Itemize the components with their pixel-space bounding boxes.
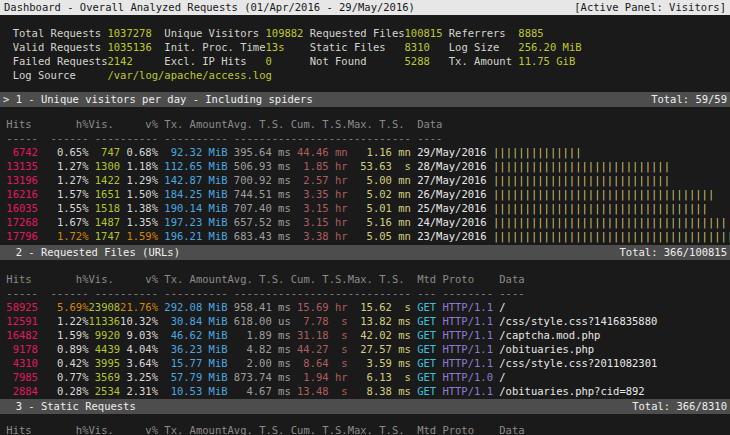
cell-bandwidth: ---------- bbox=[158, 131, 228, 145]
cell-max-time: 5.02 mn bbox=[348, 187, 411, 201]
cell-hits-percent: 1.72% bbox=[38, 229, 89, 243]
cell-protocol: HTTP/1.1 bbox=[442, 384, 493, 398]
page-title: Dashboard - Overall Analyzed Requests (0… bbox=[4, 0, 415, 15]
cell-avg-time: 618.00 us bbox=[228, 314, 291, 328]
panel-header-requested-files[interactable]: 2 - Requested Files (URLs) Total: 366/10… bbox=[0, 245, 730, 260]
cell-method: GET bbox=[417, 328, 436, 342]
summary-value: 1035136 bbox=[107, 40, 164, 54]
table-row: Hitsh%Vis.v%Tx. AmountAvg. T.S.Cum. T.S.… bbox=[0, 272, 730, 286]
table-row[interactable]: 125911.22%1133610.32%30.84 MiB618.00 us7… bbox=[0, 314, 730, 328]
summary-label: Failed Requests bbox=[13, 54, 108, 68]
cell-bandwidth: 92.32 MiB bbox=[158, 145, 228, 159]
cell-protocol: HTTP/1.0 bbox=[442, 370, 493, 384]
cell-hits-percent: 1.55% bbox=[38, 201, 89, 215]
cell-hits: 58925 bbox=[0, 300, 38, 314]
summary-label: Referrers bbox=[449, 26, 519, 40]
table-row[interactable]: 91780.89%44394.04%36.23 MiB4.82 ms44.27 … bbox=[0, 342, 730, 356]
cell-bandwidth: 184.25 MiB bbox=[158, 187, 228, 201]
table-row[interactable]: 67420.65%7470.68%92.32 MiB395.64 ms44.46… bbox=[0, 145, 730, 159]
cell-hits-percent: h% bbox=[38, 423, 89, 435]
cell-cum-time: --------- bbox=[291, 131, 348, 145]
cell-avg-time: Avg. T.S. bbox=[228, 272, 291, 286]
cell-protocol: HTTP/1.1 bbox=[442, 328, 493, 342]
cell-method: GET bbox=[417, 314, 436, 328]
table-row[interactable]: 160351.55%15181.38%190.14 MiB707.40 ms3.… bbox=[0, 201, 730, 215]
cell-cum-time: 44.46 mn bbox=[291, 145, 348, 159]
panel-header-static-requests[interactable]: 3 - Static Requests Total: 366/8310 bbox=[0, 399, 730, 414]
cell-visitors: 3995 bbox=[88, 356, 120, 370]
cell-cum-time: --------- bbox=[291, 286, 348, 300]
table-row[interactable]: 28840.28%25342.31%10.53 MiB4.67 ms13.48 … bbox=[0, 384, 730, 398]
cell-hits: 16216 bbox=[0, 187, 38, 201]
summary-value: 109882 bbox=[265, 26, 309, 40]
table-row[interactable]: 162161.57%16511.50%184.25 MiB744.51 ms3.… bbox=[0, 187, 730, 201]
cell-cum-time: Cum. T.S. bbox=[291, 423, 348, 435]
cell-bandwidth: 196.21 MiB bbox=[158, 229, 228, 243]
cell-hits: 17796 bbox=[0, 229, 38, 243]
cell-hits: 6742 bbox=[0, 145, 38, 159]
cell-visitors-percent: 1.18% bbox=[120, 159, 158, 173]
panel-table: Hitsh%Vis.v%Tx. AmountAvg. T.S.Cum. T.S.… bbox=[0, 414, 730, 435]
hits-bars: |||||||||||||||||||||||||||| bbox=[493, 173, 670, 187]
table-row[interactable]: 164821.59%99209.03%46.62 MiB1.89 ms31.18… bbox=[0, 328, 730, 342]
cell-visitors-percent: 1.59% bbox=[120, 229, 158, 243]
summary-label: Valid Requests bbox=[13, 40, 108, 54]
cell-bandwidth: 292.08 MiB bbox=[158, 300, 228, 314]
cell-cum-time: 3.35 hr bbox=[291, 187, 348, 201]
cell-visitors-percent: v% bbox=[120, 272, 158, 286]
cell-hits-percent: 0.65% bbox=[38, 145, 89, 159]
cell-hits: 16035 bbox=[0, 201, 38, 215]
cell-protocol: HTTP/1.1 bbox=[442, 300, 493, 314]
hits-bars: |||||||||||||||||||||||||||||||||||||| bbox=[493, 229, 730, 243]
cell-url: Data bbox=[499, 272, 524, 286]
cell-date: ---- bbox=[417, 131, 442, 145]
cell-visitors-percent: 1.50% bbox=[120, 187, 158, 201]
table-row[interactable]: 172681.67%14871.35%197.23 MiB657.52 ms3.… bbox=[0, 215, 730, 229]
cell-hits: Hits bbox=[0, 272, 38, 286]
cell-protocol: HTTP/1.1 bbox=[442, 356, 493, 370]
table-row[interactable]: 589255.69%2390821.76%292.08 MiB958.41 ms… bbox=[0, 300, 730, 314]
cell-hits: 7985 bbox=[0, 370, 38, 384]
table-row[interactable]: 131351.27%13001.18%112.65 MiB506.93 ms1.… bbox=[0, 159, 730, 173]
cell-date: Data bbox=[417, 117, 442, 131]
cell-hits-percent: 1.59% bbox=[38, 328, 89, 342]
cell-date: 27/May/2016 bbox=[417, 173, 487, 187]
cell-avg-time: 873.74 ms bbox=[228, 370, 291, 384]
cell-visitors: 2534 bbox=[88, 384, 120, 398]
cell-avg-time: 707.40 ms bbox=[228, 201, 291, 215]
cell-max-time: 15.62 s bbox=[348, 300, 411, 314]
summary-value: /var/log/apache/access.log bbox=[107, 68, 164, 82]
cell-date: 23/May/2016 bbox=[417, 229, 487, 243]
table-row[interactable]: 79850.77%35693.25%57.79 MiB873.74 ms1.94… bbox=[0, 370, 730, 384]
panel-header-unique-visitors[interactable]: > 1 - Unique visitors per day - Includin… bbox=[0, 92, 730, 107]
cell-visitors-percent: 10.32% bbox=[120, 314, 158, 328]
cell-avg-time: 683.43 ms bbox=[228, 229, 291, 243]
table-row[interactable]: 43100.42%39953.64%15.77 MiB2.00 ms8.64 s… bbox=[0, 356, 730, 370]
cell-date: 28/May/2016 bbox=[417, 159, 487, 173]
cell-max-time: 5.16 mn bbox=[348, 215, 411, 229]
cell-bandwidth: ---------- bbox=[158, 286, 228, 300]
cell-avg-time: 506.93 ms bbox=[228, 159, 291, 173]
summary-label: Log Source bbox=[13, 68, 108, 82]
cell-cum-time: 8.64 s bbox=[291, 356, 348, 370]
table-row[interactable]: 177961.72%17471.59%196.21 MiB683.43 ms3.… bbox=[0, 229, 730, 243]
cell-hits-percent: 0.89% bbox=[38, 342, 89, 356]
cell-hits-percent: 1.67% bbox=[38, 215, 89, 229]
cell-cum-time: 1.94 hr bbox=[291, 370, 348, 384]
cell-bandwidth: 30.84 MiB bbox=[158, 314, 228, 328]
panel-title: 2 - Requested Files (URLs) bbox=[3, 245, 180, 260]
cell-cum-time: 3.15 hr bbox=[291, 201, 348, 215]
table-row[interactable]: 131961.27%14221.29%142.87 MiB700.92 ms2.… bbox=[0, 173, 730, 187]
cell-visitors: ---- bbox=[88, 286, 120, 300]
cell-avg-time: 395.64 ms bbox=[228, 145, 291, 159]
summary-label: Requested Files bbox=[310, 26, 405, 40]
cell-cum-time: 31.18 s bbox=[291, 328, 348, 342]
summary-value: 100815 bbox=[405, 26, 449, 40]
cell-cum-time: Cum. T.S. bbox=[291, 272, 348, 286]
cell-bandwidth: Tx. Amount bbox=[158, 272, 228, 286]
cell-hits: 4310 bbox=[0, 356, 38, 370]
cell-url: / bbox=[499, 370, 505, 384]
summary-label: Unique Visitors bbox=[164, 26, 265, 40]
cell-hits-percent: 1.57% bbox=[38, 187, 89, 201]
cell-avg-time: --------- bbox=[228, 131, 291, 145]
